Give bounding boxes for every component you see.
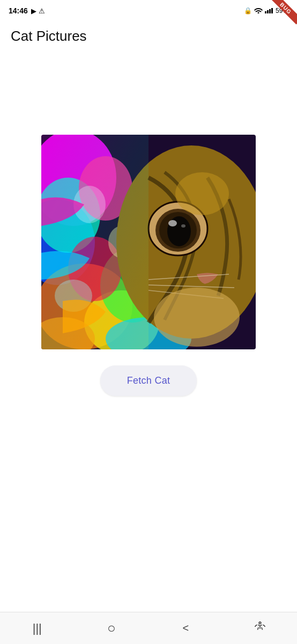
svg-rect-1 xyxy=(267,10,269,13)
page-title: Cat Pictures xyxy=(0,21,297,49)
main-content: Fetch Cat xyxy=(0,49,297,396)
cat-image-container xyxy=(41,135,256,349)
menu-nav-button[interactable]: ||| xyxy=(21,618,53,639)
back-icon: < xyxy=(182,622,189,634)
svg-point-29 xyxy=(175,172,229,215)
svg-rect-0 xyxy=(265,11,266,13)
svg-rect-3 xyxy=(271,8,273,13)
wifi-icon xyxy=(254,7,263,15)
accessibility-nav-button[interactable] xyxy=(244,618,276,639)
signal-icon xyxy=(265,7,273,14)
fetch-cat-button[interactable]: Fetch Cat xyxy=(100,365,197,396)
home-nav-button[interactable]: ○ xyxy=(95,618,128,639)
status-right-group: 🔒 59% xyxy=(244,7,288,15)
bottom-nav: ||| ○ < xyxy=(0,612,297,644)
youtube-icon: ▶ xyxy=(31,7,36,15)
svg-rect-2 xyxy=(269,9,271,13)
svg-point-24 xyxy=(181,224,185,228)
battery-text: 59% xyxy=(276,7,288,14)
back-nav-button[interactable]: < xyxy=(169,618,202,639)
svg-point-31 xyxy=(154,288,240,347)
menu-icon: ||| xyxy=(33,621,42,635)
svg-point-23 xyxy=(168,220,177,226)
home-icon: ○ xyxy=(107,620,116,636)
svg-point-32 xyxy=(259,621,261,624)
cat-image xyxy=(41,135,256,349)
lock-icon: 🔒 xyxy=(244,7,252,14)
accessibility-icon xyxy=(254,621,266,636)
status-time: 14:46 xyxy=(9,6,28,15)
warning-icon: ⚠ xyxy=(39,7,45,15)
status-bar: 14:46 ▶ ⚠ 🔒 59% xyxy=(0,0,297,21)
